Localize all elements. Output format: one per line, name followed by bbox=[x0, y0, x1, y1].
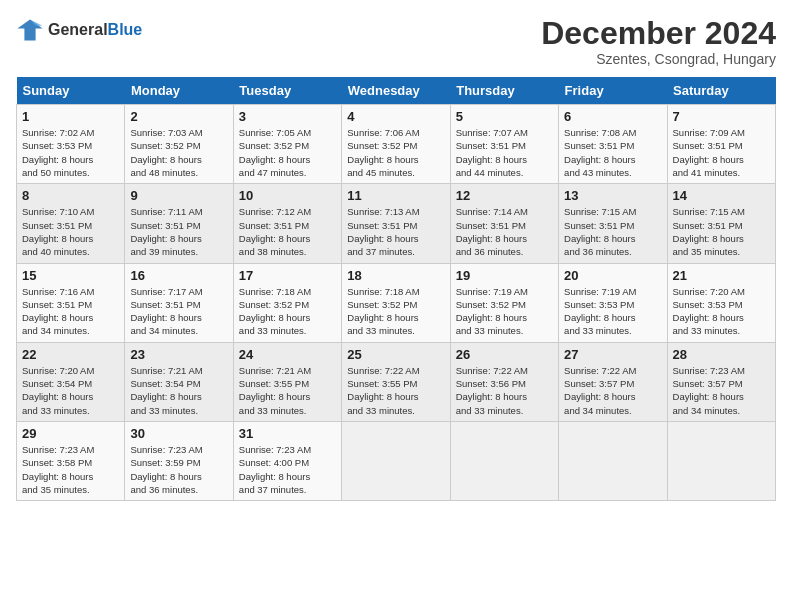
table-row: 5Sunrise: 7:07 AM Sunset: 3:51 PM Daylig… bbox=[450, 105, 558, 184]
day-number: 1 bbox=[22, 109, 119, 124]
table-row: 1Sunrise: 7:02 AM Sunset: 3:53 PM Daylig… bbox=[17, 105, 125, 184]
day-info: Sunrise: 7:20 AM Sunset: 3:53 PM Dayligh… bbox=[673, 285, 770, 338]
table-row: 7Sunrise: 7:09 AM Sunset: 3:51 PM Daylig… bbox=[667, 105, 775, 184]
calendar-week-row: 8Sunrise: 7:10 AM Sunset: 3:51 PM Daylig… bbox=[17, 184, 776, 263]
day-info: Sunrise: 7:11 AM Sunset: 3:51 PM Dayligh… bbox=[130, 205, 227, 258]
table-row: 10Sunrise: 7:12 AM Sunset: 3:51 PM Dayli… bbox=[233, 184, 341, 263]
header-tuesday: Tuesday bbox=[233, 77, 341, 105]
table-row: 12Sunrise: 7:14 AM Sunset: 3:51 PM Dayli… bbox=[450, 184, 558, 263]
day-info: Sunrise: 7:18 AM Sunset: 3:52 PM Dayligh… bbox=[347, 285, 444, 338]
svg-marker-0 bbox=[17, 20, 42, 41]
logo-icon bbox=[16, 16, 44, 44]
table-row: 24Sunrise: 7:21 AM Sunset: 3:55 PM Dayli… bbox=[233, 342, 341, 421]
table-row: 14Sunrise: 7:15 AM Sunset: 3:51 PM Dayli… bbox=[667, 184, 775, 263]
table-row: 3Sunrise: 7:05 AM Sunset: 3:52 PM Daylig… bbox=[233, 105, 341, 184]
table-row: 8Sunrise: 7:10 AM Sunset: 3:51 PM Daylig… bbox=[17, 184, 125, 263]
day-number: 12 bbox=[456, 188, 553, 203]
logo-text: GeneralBlue bbox=[48, 21, 142, 39]
day-number: 14 bbox=[673, 188, 770, 203]
day-number: 20 bbox=[564, 268, 661, 283]
day-number: 5 bbox=[456, 109, 553, 124]
page-header: GeneralBlue December 2024 Szentes, Csong… bbox=[16, 16, 776, 67]
day-info: Sunrise: 7:23 AM Sunset: 3:59 PM Dayligh… bbox=[130, 443, 227, 496]
header-saturday: Saturday bbox=[667, 77, 775, 105]
table-row: 31Sunrise: 7:23 AM Sunset: 4:00 PM Dayli… bbox=[233, 421, 341, 500]
day-info: Sunrise: 7:18 AM Sunset: 3:52 PM Dayligh… bbox=[239, 285, 336, 338]
day-number: 9 bbox=[130, 188, 227, 203]
day-number: 16 bbox=[130, 268, 227, 283]
day-number: 29 bbox=[22, 426, 119, 441]
day-info: Sunrise: 7:19 AM Sunset: 3:53 PM Dayligh… bbox=[564, 285, 661, 338]
table-row bbox=[559, 421, 667, 500]
table-row: 18Sunrise: 7:18 AM Sunset: 3:52 PM Dayli… bbox=[342, 263, 450, 342]
calendar-week-row: 15Sunrise: 7:16 AM Sunset: 3:51 PM Dayli… bbox=[17, 263, 776, 342]
day-number: 24 bbox=[239, 347, 336, 362]
day-number: 30 bbox=[130, 426, 227, 441]
day-number: 22 bbox=[22, 347, 119, 362]
day-info: Sunrise: 7:09 AM Sunset: 3:51 PM Dayligh… bbox=[673, 126, 770, 179]
table-row: 17Sunrise: 7:18 AM Sunset: 3:52 PM Dayli… bbox=[233, 263, 341, 342]
day-info: Sunrise: 7:14 AM Sunset: 3:51 PM Dayligh… bbox=[456, 205, 553, 258]
day-number: 10 bbox=[239, 188, 336, 203]
day-number: 8 bbox=[22, 188, 119, 203]
day-number: 31 bbox=[239, 426, 336, 441]
day-number: 23 bbox=[130, 347, 227, 362]
table-row: 16Sunrise: 7:17 AM Sunset: 3:51 PM Dayli… bbox=[125, 263, 233, 342]
day-info: Sunrise: 7:23 AM Sunset: 3:58 PM Dayligh… bbox=[22, 443, 119, 496]
table-row: 29Sunrise: 7:23 AM Sunset: 3:58 PM Dayli… bbox=[17, 421, 125, 500]
subtitle: Szentes, Csongrad, Hungary bbox=[541, 51, 776, 67]
table-row: 30Sunrise: 7:23 AM Sunset: 3:59 PM Dayli… bbox=[125, 421, 233, 500]
table-row: 6Sunrise: 7:08 AM Sunset: 3:51 PM Daylig… bbox=[559, 105, 667, 184]
day-info: Sunrise: 7:19 AM Sunset: 3:52 PM Dayligh… bbox=[456, 285, 553, 338]
header-sunday: Sunday bbox=[17, 77, 125, 105]
table-row bbox=[342, 421, 450, 500]
table-row: 4Sunrise: 7:06 AM Sunset: 3:52 PM Daylig… bbox=[342, 105, 450, 184]
day-number: 19 bbox=[456, 268, 553, 283]
day-number: 13 bbox=[564, 188, 661, 203]
table-row: 9Sunrise: 7:11 AM Sunset: 3:51 PM Daylig… bbox=[125, 184, 233, 263]
day-info: Sunrise: 7:20 AM Sunset: 3:54 PM Dayligh… bbox=[22, 364, 119, 417]
table-row: 2Sunrise: 7:03 AM Sunset: 3:52 PM Daylig… bbox=[125, 105, 233, 184]
day-info: Sunrise: 7:22 AM Sunset: 3:56 PM Dayligh… bbox=[456, 364, 553, 417]
calendar-week-row: 1Sunrise: 7:02 AM Sunset: 3:53 PM Daylig… bbox=[17, 105, 776, 184]
header-wednesday: Wednesday bbox=[342, 77, 450, 105]
table-row: 22Sunrise: 7:20 AM Sunset: 3:54 PM Dayli… bbox=[17, 342, 125, 421]
day-number: 4 bbox=[347, 109, 444, 124]
day-number: 18 bbox=[347, 268, 444, 283]
day-info: Sunrise: 7:10 AM Sunset: 3:51 PM Dayligh… bbox=[22, 205, 119, 258]
day-info: Sunrise: 7:08 AM Sunset: 3:51 PM Dayligh… bbox=[564, 126, 661, 179]
day-number: 28 bbox=[673, 347, 770, 362]
day-info: Sunrise: 7:16 AM Sunset: 3:51 PM Dayligh… bbox=[22, 285, 119, 338]
day-number: 26 bbox=[456, 347, 553, 362]
table-row: 27Sunrise: 7:22 AM Sunset: 3:57 PM Dayli… bbox=[559, 342, 667, 421]
day-info: Sunrise: 7:06 AM Sunset: 3:52 PM Dayligh… bbox=[347, 126, 444, 179]
header-monday: Monday bbox=[125, 77, 233, 105]
table-row bbox=[450, 421, 558, 500]
logo: GeneralBlue bbox=[16, 16, 142, 44]
day-number: 25 bbox=[347, 347, 444, 362]
table-row: 23Sunrise: 7:21 AM Sunset: 3:54 PM Dayli… bbox=[125, 342, 233, 421]
table-row: 28Sunrise: 7:23 AM Sunset: 3:57 PM Dayli… bbox=[667, 342, 775, 421]
day-info: Sunrise: 7:21 AM Sunset: 3:55 PM Dayligh… bbox=[239, 364, 336, 417]
day-number: 3 bbox=[239, 109, 336, 124]
table-row: 19Sunrise: 7:19 AM Sunset: 3:52 PM Dayli… bbox=[450, 263, 558, 342]
day-number: 17 bbox=[239, 268, 336, 283]
day-info: Sunrise: 7:02 AM Sunset: 3:53 PM Dayligh… bbox=[22, 126, 119, 179]
calendar-week-row: 29Sunrise: 7:23 AM Sunset: 3:58 PM Dayli… bbox=[17, 421, 776, 500]
table-row: 21Sunrise: 7:20 AM Sunset: 3:53 PM Dayli… bbox=[667, 263, 775, 342]
table-row bbox=[667, 421, 775, 500]
day-number: 7 bbox=[673, 109, 770, 124]
day-number: 2 bbox=[130, 109, 227, 124]
day-info: Sunrise: 7:15 AM Sunset: 3:51 PM Dayligh… bbox=[673, 205, 770, 258]
day-info: Sunrise: 7:13 AM Sunset: 3:51 PM Dayligh… bbox=[347, 205, 444, 258]
table-row: 13Sunrise: 7:15 AM Sunset: 3:51 PM Dayli… bbox=[559, 184, 667, 263]
day-info: Sunrise: 7:22 AM Sunset: 3:57 PM Dayligh… bbox=[564, 364, 661, 417]
table-row: 26Sunrise: 7:22 AM Sunset: 3:56 PM Dayli… bbox=[450, 342, 558, 421]
day-info: Sunrise: 7:17 AM Sunset: 3:51 PM Dayligh… bbox=[130, 285, 227, 338]
weekday-header-row: Sunday Monday Tuesday Wednesday Thursday… bbox=[17, 77, 776, 105]
day-info: Sunrise: 7:12 AM Sunset: 3:51 PM Dayligh… bbox=[239, 205, 336, 258]
title-block: December 2024 Szentes, Csongrad, Hungary bbox=[541, 16, 776, 67]
day-number: 6 bbox=[564, 109, 661, 124]
day-info: Sunrise: 7:15 AM Sunset: 3:51 PM Dayligh… bbox=[564, 205, 661, 258]
month-title: December 2024 bbox=[541, 16, 776, 51]
